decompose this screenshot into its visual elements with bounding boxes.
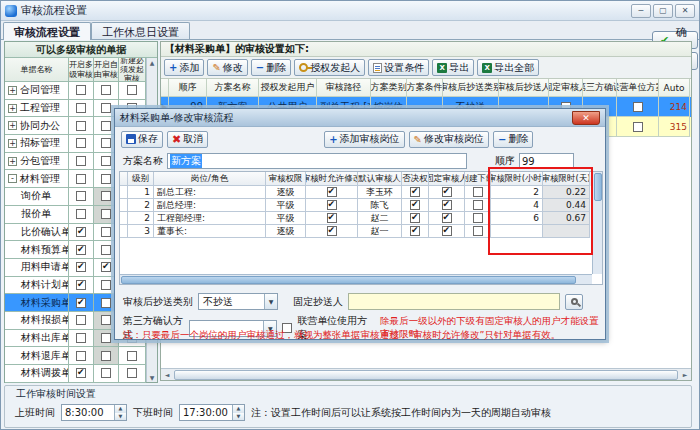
veto-checkbox[interactable] xyxy=(410,213,420,223)
delete-post-button[interactable]: −删除 xyxy=(493,131,533,148)
multi-level-audit-checkbox[interactable] xyxy=(76,156,86,166)
grid-row[interactable]: 1 副总工程: 逐级 李玉环 2 0.22 xyxy=(120,186,602,199)
column-header[interactable]: 审核限时(天) xyxy=(543,172,590,186)
grid-hscrollbar[interactable] xyxy=(120,274,592,284)
free-audit-checkbox[interactable] xyxy=(101,315,111,325)
veto-checkbox[interactable] xyxy=(410,187,420,197)
add-button[interactable]: +添加 xyxy=(164,59,204,76)
fixed-auditor-checkbox[interactable] xyxy=(442,213,452,223)
end-time-input[interactable]: 17:30:00 ▲▼ xyxy=(179,404,245,421)
save-button[interactable]: 保存 xyxy=(121,131,163,148)
scroll-right-icon[interactable]: ► xyxy=(679,371,691,378)
fixed-auditor-checkbox[interactable] xyxy=(442,200,452,210)
tree-toggle-icon[interactable]: + xyxy=(8,104,17,113)
table-row[interactable]: 材料调拨单 xyxy=(5,365,157,383)
allow-edit-checkbox[interactable] xyxy=(327,226,337,236)
create-sub-checkbox[interactable] xyxy=(473,226,483,236)
multi-level-audit-checkbox[interactable] xyxy=(76,85,86,95)
table-row[interactable]: +合同管理 xyxy=(5,82,157,100)
grid-row[interactable]: 2 工程部经理: 平级 赵二 6 0.67 xyxy=(120,212,602,225)
free-audit-checkbox[interactable] xyxy=(101,333,111,343)
authorize-initiator-button[interactable]: 授权发起人 xyxy=(294,59,365,76)
multi-level-audit-checkbox[interactable] xyxy=(76,191,86,201)
export-all-button[interactable]: X导出全部 xyxy=(477,59,539,76)
must-initiate-audit-checkbox[interactable] xyxy=(127,368,137,378)
must-initiate-audit-checkbox[interactable] xyxy=(127,351,137,361)
allow-edit-checkbox[interactable] xyxy=(327,200,337,210)
tree-toggle-icon[interactable]: + xyxy=(8,121,17,130)
add-audit-post-button[interactable]: +添加审核岗位 xyxy=(324,131,404,148)
column-header[interactable]: 审核限时(小时) xyxy=(491,172,543,186)
modify-button[interactable]: ✎修改 xyxy=(207,59,247,76)
free-audit-checkbox[interactable] xyxy=(101,351,111,361)
maximize-icon[interactable]: ▢ xyxy=(653,4,673,18)
scroll-thumb[interactable] xyxy=(174,370,678,380)
scroll-up-icon[interactable]: ▲ xyxy=(150,58,155,67)
cc-type-select[interactable]: 不抄送▼ xyxy=(198,293,278,310)
scheme-name-input[interactable]: 新方案 xyxy=(167,153,467,169)
multi-level-audit-checkbox[interactable] xyxy=(76,315,86,325)
free-audit-checkbox[interactable] xyxy=(101,262,111,272)
spin-down-icon[interactable]: ▼ xyxy=(233,413,244,421)
column-header[interactable]: 方案条件 xyxy=(407,79,443,97)
multi-level-audit-checkbox[interactable] xyxy=(76,280,86,290)
close-icon[interactable]: ✕ xyxy=(675,4,695,18)
column-header[interactable]: 第三方确认 xyxy=(583,79,617,97)
modify-audit-post-button[interactable]: ✎修改审核岗位 xyxy=(409,131,489,148)
tree-toggle-icon[interactable]: + xyxy=(8,157,17,166)
free-audit-checkbox[interactable] xyxy=(101,156,111,166)
create-sub-checkbox[interactable] xyxy=(473,200,483,210)
veto-checkbox[interactable] xyxy=(410,200,420,210)
fixed-cc-input[interactable] xyxy=(348,293,560,310)
free-audit-checkbox[interactable] xyxy=(101,191,111,201)
multi-level-audit-checkbox[interactable] xyxy=(76,174,86,184)
tree-toggle-icon[interactable]: - xyxy=(8,174,17,183)
column-header[interactable]: 单据名称 xyxy=(5,58,69,82)
create-sub-checkbox[interactable] xyxy=(473,213,483,223)
column-header[interactable]: 开启多级审核 xyxy=(69,58,94,82)
column-header[interactable]: 审核后抄送类别 xyxy=(443,79,499,97)
column-header[interactable]: 否决权 xyxy=(402,172,429,186)
multi-level-audit-checkbox[interactable] xyxy=(76,298,86,308)
multi-level-audit-checkbox[interactable] xyxy=(76,121,86,131)
free-audit-checkbox[interactable] xyxy=(101,209,111,219)
tree-toggle-icon[interactable]: + xyxy=(8,86,17,95)
allow-edit-checkbox[interactable] xyxy=(327,213,337,223)
column-header[interactable]: 审核后抄送人 xyxy=(499,79,549,97)
free-audit-checkbox[interactable] xyxy=(101,245,111,255)
column-header[interactable]: 联营单位方案 xyxy=(617,79,659,97)
veto-checkbox[interactable] xyxy=(410,226,420,236)
allow-edit-checkbox[interactable] xyxy=(327,187,337,197)
set-condition-button[interactable]: 设置条件 xyxy=(368,59,429,76)
jv-scheme-checkbox[interactable] xyxy=(633,102,643,112)
right-panel-hscrollbar[interactable]: ◄ ► xyxy=(161,368,691,380)
dialog-cancel-button[interactable]: ✖取消 xyxy=(167,131,208,148)
delete-button[interactable]: −删除 xyxy=(251,59,291,76)
dialog-title-bar[interactable]: 材料采购单-修改审核流程 ✕ xyxy=(115,109,605,127)
column-header[interactable]: 方案名称 xyxy=(207,79,259,97)
multi-level-audit-checkbox[interactable] xyxy=(76,262,86,272)
tree-toggle-icon[interactable]: + xyxy=(8,139,17,148)
start-time-input[interactable]: 8:30:00 ▲▼ xyxy=(61,404,127,421)
multi-level-audit-checkbox[interactable] xyxy=(76,351,86,361)
column-header[interactable]: 审核权限 xyxy=(266,172,306,186)
multi-level-audit-checkbox[interactable] xyxy=(76,138,86,148)
fixed-auditor-checkbox[interactable] xyxy=(442,226,452,236)
column-header[interactable]: 默认审核人 xyxy=(358,172,402,186)
minimize-icon[interactable]: ─ xyxy=(631,4,651,18)
column-header[interactable]: 新建必须发起审核 xyxy=(119,58,146,82)
dialog-close-icon[interactable]: ✕ xyxy=(572,111,600,125)
multi-level-audit-checkbox[interactable] xyxy=(76,227,86,237)
multi-level-audit-checkbox[interactable] xyxy=(76,103,86,113)
column-header[interactable]: 固定审核人 xyxy=(429,172,465,186)
tab-audit-flow-settings[interactable]: 审核流程设置 xyxy=(3,22,91,40)
spin-up-icon[interactable]: ▲ xyxy=(115,405,126,413)
free-audit-checkbox[interactable] xyxy=(101,138,111,148)
column-header[interactable]: Auto xyxy=(659,79,690,97)
order-input[interactable]: 99 xyxy=(519,153,574,169)
fixed-auditor-checkbox[interactable] xyxy=(442,187,452,197)
table-row[interactable]: 材料退库单 xyxy=(5,347,157,365)
spin-up-icon[interactable]: ▲ xyxy=(233,405,244,413)
scroll-down-icon[interactable]: ▼ xyxy=(150,373,155,382)
column-header[interactable]: 方案类别 xyxy=(371,79,407,97)
